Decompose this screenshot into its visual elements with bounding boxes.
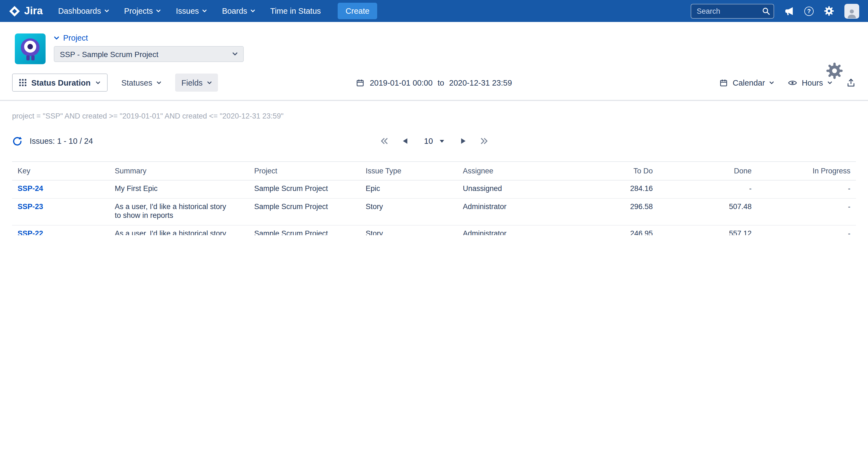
refresh-button[interactable] — [12, 136, 23, 146]
issue-key-link[interactable]: SSP-23 — [18, 202, 43, 210]
project-section-toggle[interactable]: Project — [54, 33, 244, 42]
statuses-dropdown[interactable]: Statuses — [115, 73, 168, 92]
brand-name: Jira — [24, 5, 43, 17]
issue-summary: As a user, I'd like a historical story t… — [109, 225, 249, 235]
issue-key-cell: SSP-22 — [12, 225, 109, 235]
double-chevron-left-icon — [380, 138, 388, 144]
gear-icon — [825, 62, 844, 80]
chevron-down-icon — [202, 9, 207, 12]
search-box — [691, 4, 774, 19]
table-row: SSP-22As a user, I'd like a historical s… — [12, 225, 856, 235]
date-separator: to — [438, 78, 444, 87]
issue-type: Epic — [360, 180, 457, 198]
nav-settings-button[interactable] — [824, 5, 835, 16]
fields-dropdown[interactable]: Fields — [176, 73, 218, 92]
nav-projects[interactable]: Projects — [124, 7, 161, 15]
nav-right-cluster: ? — [691, 4, 859, 19]
triangle-left-icon — [402, 138, 408, 144]
project-section-label: Project — [63, 33, 88, 42]
project-select[interactable]: SSP - Sample Scrum Project — [54, 46, 244, 62]
hours-dropdown-label: Hours — [802, 78, 823, 87]
issue-assignee: Administrator — [457, 198, 559, 225]
issue-to-do: 284.16 — [559, 180, 658, 198]
chevron-down-icon — [104, 9, 109, 12]
chevron-down-icon — [54, 36, 59, 40]
fields-label: Fields — [181, 78, 203, 87]
issue-key-link[interactable]: SSP-24 — [18, 184, 43, 193]
chevron-down-icon — [96, 81, 100, 84]
chevron-down-icon — [232, 52, 238, 56]
next-page-button[interactable] — [459, 137, 467, 145]
nav-time-in-status[interactable]: Time in Status — [270, 7, 321, 15]
issue-to-do: 246.95 — [559, 225, 658, 235]
issue-to-do: 296.58 — [559, 198, 658, 225]
issues-count: Issues: 1 - 10 / 24 — [12, 136, 93, 146]
issue-summary: My First Epic — [109, 180, 249, 198]
megaphone-icon — [784, 6, 795, 16]
question-circle-icon: ? — [804, 6, 814, 15]
issue-project: Sample Scrum Project — [249, 198, 360, 225]
issue-type: Story — [360, 198, 457, 225]
report-toolbar: Status Duration Statuses Fields 2019-01-… — [0, 64, 868, 92]
project-selector-group: Project SSP - Sample Scrum Project — [54, 33, 244, 62]
toolbar-right: Calendar Hours — [512, 78, 856, 88]
nav-issues[interactable]: Issues — [176, 7, 207, 15]
last-page-button[interactable] — [479, 137, 489, 145]
issue-key-cell: SSP-23 — [12, 198, 109, 225]
issues-summary-row: Issues: 1 - 10 / 24 10 — [0, 133, 868, 149]
issue-in-progress: - — [757, 180, 856, 198]
project-header: Project SSP - Sample Scrum Project — [0, 22, 868, 64]
refresh-icon — [12, 136, 23, 146]
user-avatar[interactable] — [844, 4, 859, 19]
grid-icon — [19, 79, 26, 86]
calendar-dropdown[interactable]: Calendar — [719, 78, 774, 87]
prev-page-button[interactable] — [401, 137, 409, 145]
search-input[interactable] — [691, 4, 774, 19]
issue-in-progress: - — [757, 198, 856, 225]
column-header-summary: Summary — [109, 162, 249, 180]
table-row: SSP-24My First EpicSample Scrum ProjectE… — [12, 180, 856, 198]
issue-key-link[interactable]: SSP-22 — [18, 229, 43, 235]
issue-done: 507.48 — [658, 198, 757, 225]
create-button[interactable]: Create — [338, 3, 377, 19]
chevron-down-icon — [251, 9, 255, 12]
column-header-in-progress: In Progress — [757, 162, 856, 180]
page-size-value: 10 — [424, 137, 433, 145]
column-header-issue-type: Issue Type — [360, 162, 457, 180]
issue-in-progress: - — [757, 225, 856, 235]
jira-logo[interactable]: Jira — [9, 5, 43, 17]
issue-key-cell: SSP-24 — [12, 180, 109, 198]
export-button[interactable] — [846, 78, 856, 88]
pagination: 10 — [379, 136, 489, 146]
statuses-label: Statuses — [121, 78, 152, 87]
eye-icon — [788, 79, 798, 87]
app-root: Jira Dashboards Projects Issues Boards T… — [0, 0, 868, 235]
issues-table: Key Summary Project Issue Type Assignee … — [12, 161, 856, 235]
issues-count-label: Issues: 1 - 10 / 24 — [30, 137, 93, 145]
calendar-icon — [719, 78, 728, 87]
issue-assignee: Unassigned — [457, 180, 559, 198]
calendar-icon — [356, 78, 365, 87]
feedback-button[interactable] — [784, 6, 795, 16]
calendar-dropdown-label: Calendar — [733, 78, 765, 87]
project-avatar — [15, 33, 45, 64]
issues-table-body: SSP-24My First EpicSample Scrum ProjectE… — [12, 180, 856, 235]
date-from: 2019-01-01 00:00 — [370, 78, 433, 87]
column-header-done: Done — [658, 162, 757, 180]
help-button[interactable]: ? — [804, 6, 814, 15]
column-header-to-do: To Do — [559, 162, 658, 180]
report-type-button[interactable]: Status Duration — [12, 73, 107, 92]
nav-dashboards[interactable]: Dashboards — [58, 7, 109, 15]
date-range[interactable]: 2019-01-01 00:00 to 2020-12-31 23:59 — [356, 78, 512, 87]
page-size-select[interactable]: 10 — [421, 136, 447, 146]
chevron-down-icon — [156, 9, 161, 12]
nav-boards[interactable]: Boards — [222, 7, 255, 15]
person-icon — [846, 7, 858, 19]
small-triangle-down-icon — [439, 140, 444, 142]
first-page-button[interactable] — [379, 137, 389, 145]
issue-assignee: Administrator — [457, 225, 559, 235]
project-select-value: SSP - Sample Scrum Project — [60, 50, 158, 59]
app-settings-button[interactable] — [825, 62, 844, 82]
issue-type: Story — [360, 225, 457, 235]
nav-item-label: Dashboards — [58, 7, 101, 15]
